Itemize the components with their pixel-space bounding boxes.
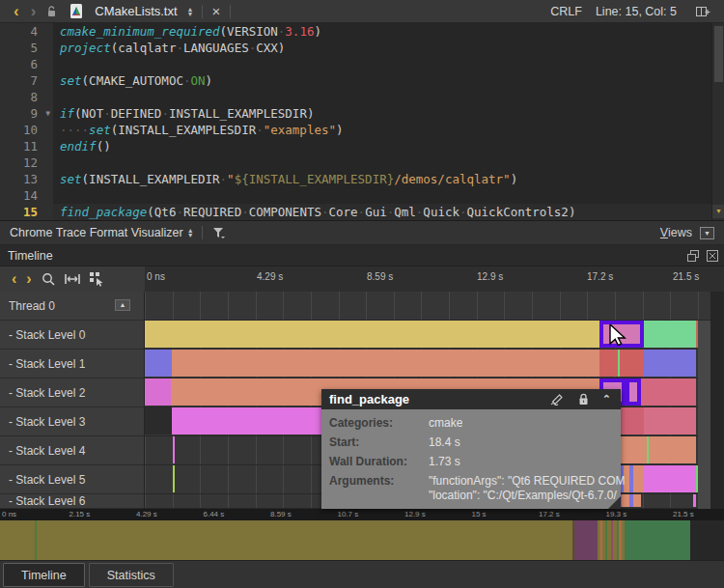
- code-line[interactable]: 8: [0, 89, 724, 105]
- code-line[interactable]: 6: [0, 56, 724, 72]
- trace-event[interactable]: [693, 494, 696, 507]
- undock-pane-icon[interactable]: [687, 250, 699, 262]
- stack-level-label[interactable]: - Stack Level 2: [0, 378, 144, 407]
- separator: [230, 5, 231, 18]
- thread-label: Thread 0: [9, 299, 55, 313]
- stack-level-row[interactable]: [145, 350, 724, 378]
- overview-tick-label: 8.59 s: [270, 510, 292, 518]
- overview-strip[interactable]: [0, 520, 724, 560]
- tooltip-resize-handle[interactable]: [608, 496, 621, 509]
- trace-event[interactable]: [643, 465, 696, 492]
- stack-level-label[interactable]: - Stack Level 3: [0, 407, 144, 436]
- stack-level-label[interactable]: - Stack Level 4: [0, 436, 144, 465]
- code-text: set(INSTALL_EXAMPLEDIR·"${INSTALL_EXAMPL…: [60, 171, 517, 187]
- editor-titlebar: ‹ › CMakeLists.txt ▲▼ × CRLF Line: 15, C…: [0, 0, 724, 23]
- lock-icon[interactable]: [578, 393, 589, 406]
- code-line[interactable]: 10····set(INSTALL_EXAMPLESDIR·"examples"…: [0, 122, 724, 138]
- trace-event[interactable]: [633, 494, 641, 507]
- trace-event[interactable]: [620, 407, 644, 434]
- unlock-icon: [47, 6, 58, 17]
- code-line[interactable]: 14: [0, 187, 724, 204]
- overview-segment[interactable]: [35, 520, 37, 560]
- thread-row[interactable]: [145, 292, 724, 321]
- eol-indicator[interactable]: CRLF: [550, 5, 582, 18]
- stack-level-row[interactable]: [145, 321, 724, 350]
- trace-event[interactable]: [173, 465, 175, 492]
- tooltip-header[interactable]: find_package ⌃: [321, 389, 621, 409]
- line-number: 12: [0, 154, 53, 171]
- views-button[interactable]: Views: [660, 226, 692, 239]
- selected-trace-event[interactable]: [626, 378, 641, 406]
- trace-event[interactable]: [644, 350, 696, 377]
- zoom-icon[interactable]: [42, 272, 55, 286]
- cursor-position[interactable]: Line: 15, Col: 5: [596, 5, 677, 18]
- bottom-tab-timeline[interactable]: Timeline: [3, 563, 85, 587]
- thread-row-label[interactable]: Thread 0 ▲: [0, 292, 144, 321]
- axis-tick-label: 17.2 s: [587, 271, 613, 282]
- stack-level-label[interactable]: - Stack Level 6: [0, 494, 144, 509]
- code-line[interactable]: 9▼if(NOT·DEFINED·INSTALL_EXAMPLESDIR): [0, 105, 724, 122]
- timeline-pane-header: Timeline: [0, 245, 724, 266]
- fold-marker-icon[interactable]: ▼: [45, 105, 50, 122]
- trace-event[interactable]: [647, 436, 649, 463]
- editor-scrollbar[interactable]: ▼: [711, 23, 724, 220]
- annotate-icon[interactable]: [549, 394, 565, 406]
- stack-level-label[interactable]: - Stack Level 5: [0, 465, 144, 494]
- trace-event[interactable]: [145, 350, 172, 377]
- code-line[interactable]: 5project(calqlatr·LANGUAGES·CXX): [0, 40, 724, 56]
- code-text: if(NOT·DEFINED·INSTALL_EXAMPLESDIR): [60, 105, 314, 122]
- timeline-next-icon[interactable]: ›: [26, 270, 31, 288]
- document-switcher-icon[interactable]: ▲▼: [187, 7, 194, 16]
- trace-event[interactable]: [633, 465, 643, 492]
- overview-segment[interactable]: [625, 520, 690, 560]
- bottom-tab-statistics[interactable]: Statistics: [89, 563, 174, 587]
- tooltip-title: find_package: [329, 392, 409, 406]
- timeline-prev-icon[interactable]: ‹: [12, 270, 16, 288]
- views-dropdown-icon[interactable]: ▼: [700, 227, 714, 239]
- overview-segment[interactable]: [0, 520, 572, 560]
- trace-event[interactable]: [641, 378, 696, 406]
- code-line[interactable]: 13set(INSTALL_EXAMPLEDIR·"${INSTALL_EXAM…: [0, 171, 724, 187]
- axis-tick-label: 21.5 s: [673, 271, 699, 282]
- collapse-tooltip-icon[interactable]: ⌃: [602, 393, 611, 406]
- trace-event[interactable]: [599, 350, 644, 377]
- code-line[interactable]: 4cmake_minimum_required(VERSION·3.16): [0, 23, 724, 40]
- pane-selector[interactable]: Chrome Trace Format Visualizer: [10, 226, 183, 239]
- code-text: ····set(INSTALL_EXAMPLESDIR·"examples"): [60, 122, 344, 138]
- overview-segment[interactable]: [574, 520, 598, 560]
- close-document-icon[interactable]: ×: [207, 3, 227, 19]
- trace-event[interactable]: [644, 321, 696, 348]
- nav-forward-icon[interactable]: ›: [25, 1, 42, 22]
- trace-event[interactable]: [173, 436, 175, 463]
- trace-event[interactable]: [620, 436, 696, 463]
- code-line[interactable]: 11endif(): [0, 138, 724, 154]
- collapse-thread-icon[interactable]: ▲: [115, 299, 130, 311]
- trace-event[interactable]: [145, 321, 599, 348]
- pane-selector-arrows-icon[interactable]: ▲▼: [187, 228, 194, 238]
- trace-event[interactable]: [618, 350, 620, 377]
- scrollbar-thumb[interactable]: [714, 26, 723, 82]
- selection-tool-icon[interactable]: [90, 272, 104, 287]
- trace-event[interactable]: [644, 407, 696, 434]
- document-title[interactable]: CMakeLists.txt: [95, 4, 177, 18]
- code-line[interactable]: 12: [0, 154, 724, 171]
- close-pane-icon[interactable]: [707, 250, 718, 262]
- stack-level-label[interactable]: - Stack Level 1: [0, 350, 144, 378]
- line-number: 6: [0, 56, 53, 72]
- trace-event[interactable]: [145, 407, 172, 434]
- trace-event[interactable]: [172, 350, 599, 377]
- split-editor-icon[interactable]: [696, 6, 710, 17]
- fit-width-icon[interactable]: [65, 273, 80, 285]
- trace-event[interactable]: [145, 378, 171, 406]
- code-line[interactable]: 15find_package(Qt6·REQUIRED·COMPONENTS·C…: [0, 204, 724, 220]
- mouse-cursor: [608, 324, 627, 346]
- code-line[interactable]: 7set(CMAKE_AUTOMOC·ON): [0, 72, 724, 89]
- chart-overflow-area: [698, 321, 710, 509]
- nav-back-icon[interactable]: ‹: [8, 1, 25, 22]
- stack-level-label[interactable]: - Stack Level 0: [0, 321, 144, 350]
- filter-icon[interactable]: [212, 227, 226, 239]
- scroll-down-icon[interactable]: ▼: [712, 205, 724, 218]
- code-editor[interactable]: 4cmake_minimum_required(VERSION·3.16)5pr…: [0, 23, 724, 220]
- axis-tick-label: 12.9 s: [477, 271, 503, 282]
- timeline-row-labels: Thread 0 ▲ - Stack Level 0- Stack Level …: [0, 292, 145, 509]
